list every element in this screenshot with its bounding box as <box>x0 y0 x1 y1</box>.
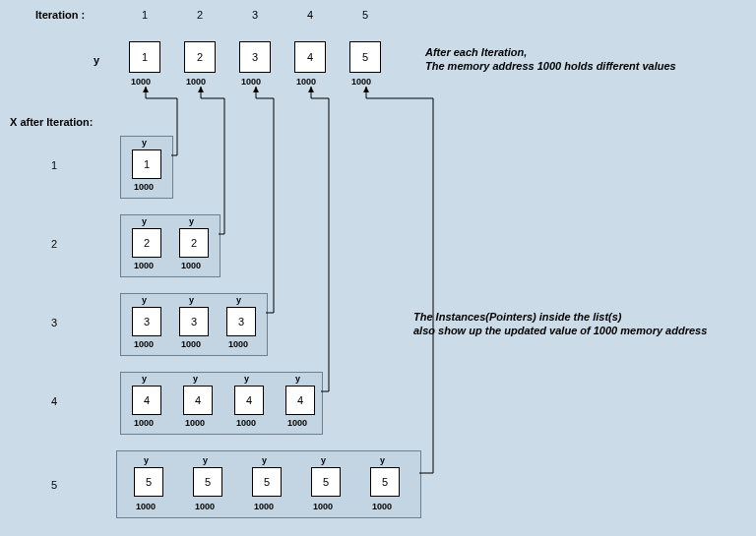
r2-addr-1: 1000 <box>134 261 154 270</box>
note-top-line1: After each Iteration, <box>425 45 527 59</box>
r4-cell-4: 4 <box>285 386 315 415</box>
r3-var-1: y <box>142 295 147 305</box>
r2-cell-1: 2 <box>132 228 161 258</box>
iter-num-1: 1 <box>142 9 148 21</box>
r5-addr-5: 1000 <box>372 502 392 511</box>
r5-cell-5: 5 <box>370 467 400 497</box>
r5-cell-2: 5 <box>193 467 222 497</box>
r4-addr-3: 1000 <box>236 418 256 428</box>
r4-addr-4: 1000 <box>287 418 307 428</box>
y-box-5: 5 <box>349 41 381 73</box>
r4-var-4: y <box>295 374 300 384</box>
r1-cell-1: 1 <box>132 149 161 179</box>
iteration-label: Iteration : <box>35 9 85 21</box>
r1-var-1: y <box>142 138 147 148</box>
r3-addr-3: 1000 <box>228 339 248 349</box>
y-label: y <box>94 54 99 66</box>
r4-var-3: y <box>244 374 249 384</box>
note-mid-line2: also show up the updated value of 1000 m… <box>413 324 707 337</box>
y-box-4: 4 <box>294 41 326 73</box>
r5-var-5: y <box>380 455 385 465</box>
r1-addr-1: 1000 <box>134 182 154 192</box>
r3-addr-2: 1000 <box>181 339 201 349</box>
r5-addr-4: 1000 <box>313 502 333 511</box>
r4-cell-1: 4 <box>132 386 161 415</box>
iter-num-2: 2 <box>197 9 203 21</box>
r5-addr-1: 1000 <box>136 502 156 511</box>
r2-var-1: y <box>142 216 147 226</box>
y-addr-4: 1000 <box>296 77 316 87</box>
r4-cell-3: 4 <box>234 386 264 415</box>
y-addr-5: 1000 <box>351 77 371 87</box>
y-addr-2: 1000 <box>186 77 206 87</box>
iter-num-4: 4 <box>307 9 313 21</box>
r2-cell-2: 2 <box>179 228 209 258</box>
iter-num-5: 5 <box>362 9 368 21</box>
row-label-1: 1 <box>51 159 57 171</box>
r4-var-1: y <box>142 374 147 384</box>
x-after-iteration-label: X after Iteration: <box>10 116 93 128</box>
r3-addr-1: 1000 <box>134 339 154 349</box>
y-addr-3: 1000 <box>241 77 261 87</box>
diagram-canvas: Iteration : 1 2 3 4 5 y 1 2 3 4 5 1000 1… <box>0 0 756 536</box>
row-label-5: 5 <box>51 479 57 491</box>
r2-var-2: y <box>189 216 194 226</box>
row-label-2: 2 <box>51 238 57 250</box>
r4-addr-1: 1000 <box>134 418 154 428</box>
r4-addr-2: 1000 <box>185 418 205 428</box>
y-box-1: 1 <box>129 41 160 73</box>
iter-num-3: 3 <box>252 9 258 21</box>
r2-addr-2: 1000 <box>181 261 201 270</box>
r5-addr-3: 1000 <box>254 502 274 511</box>
row-label-3: 3 <box>51 317 57 328</box>
row-label-4: 4 <box>51 395 57 407</box>
r5-var-3: y <box>262 455 267 465</box>
y-addr-1: 1000 <box>131 77 151 87</box>
r3-cell-3: 3 <box>226 307 256 336</box>
y-box-3: 3 <box>239 41 271 73</box>
r5-cell-4: 5 <box>311 467 341 497</box>
r5-var-4: y <box>321 455 326 465</box>
note-top-line2: The memory address 1000 holds different … <box>425 59 676 73</box>
note-mid-line1: The Instances(Pointers) inside the list(… <box>413 310 622 324</box>
y-box-2: 2 <box>184 41 216 73</box>
r5-cell-3: 5 <box>252 467 282 497</box>
r3-cell-2: 3 <box>179 307 209 336</box>
r4-var-2: y <box>193 374 198 384</box>
r5-addr-2: 1000 <box>195 502 215 511</box>
r3-cell-1: 3 <box>132 307 161 336</box>
r3-var-3: y <box>236 295 241 305</box>
r3-var-2: y <box>189 295 194 305</box>
r5-cell-1: 5 <box>134 467 163 497</box>
r5-var-1: y <box>144 455 149 465</box>
r4-cell-2: 4 <box>183 386 213 415</box>
r5-var-2: y <box>203 455 208 465</box>
